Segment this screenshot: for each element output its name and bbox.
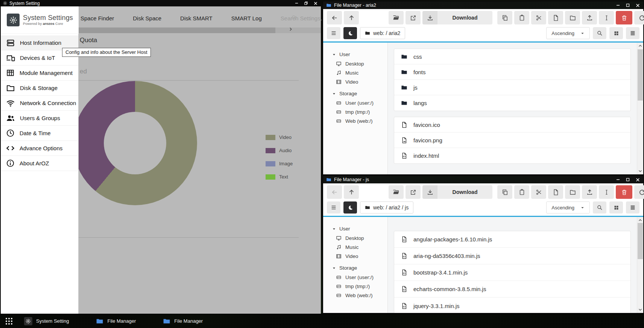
open-external-button[interactable]	[406, 11, 421, 24]
tree-item-user-drive[interactable]: User (user:/)	[332, 98, 387, 107]
new-file-button[interactable]	[548, 11, 563, 24]
up-button[interactable]	[344, 11, 359, 24]
open-button[interactable]	[389, 11, 404, 24]
refresh-button[interactable]	[634, 11, 644, 24]
search-button[interactable]	[593, 201, 606, 214]
list-item-file-bootstrap[interactable]: bootstrap-3.4.1.min.js	[394, 264, 630, 281]
tree-section-user[interactable]: User	[332, 224, 387, 233]
download-button[interactable]: Download	[422, 185, 492, 199]
scroll-down-icon[interactable]	[638, 169, 642, 173]
app-launcher-grid-icon[interactable]	[5, 317, 14, 326]
scrollbar[interactable]	[637, 217, 643, 313]
system-settings-titlebar[interactable]: System Setting	[1, 0, 321, 6]
tree-section-storage[interactable]: Storage	[332, 263, 387, 273]
list-view-button[interactable]	[626, 27, 639, 39]
list-item-file-angular[interactable]: angular-packages-1.6.10.min.js	[394, 231, 630, 248]
tree-section-user[interactable]: User	[332, 50, 387, 59]
taskbar-item-system-setting[interactable]: System Setting	[24, 317, 69, 325]
grid-view-button[interactable]	[609, 27, 623, 39]
copy-button[interactable]	[497, 11, 512, 24]
restore-button[interactable]	[304, 1, 308, 5]
delete-button[interactable]	[616, 185, 632, 199]
taskbar-item-file-manager-2[interactable]: File Manager	[163, 317, 203, 325]
minimize-button[interactable]	[616, 177, 620, 182]
tree-item-video[interactable]: Video	[332, 77, 387, 86]
delete-button[interactable]	[616, 11, 632, 24]
close-button[interactable]	[635, 177, 640, 182]
list-item-file-aria-ng[interactable]: aria-ng-da5356c403.min.js	[394, 248, 630, 264]
sidebar-item-about-aroz[interactable]: About ArOZ	[1, 156, 78, 171]
open-external-button[interactable]	[406, 185, 421, 199]
list-item-folder-css[interactable]: css	[394, 49, 630, 64]
minimize-button[interactable]	[295, 1, 299, 5]
tree-section-storage[interactable]: Storage	[332, 89, 387, 98]
tree-item-music[interactable]: Music	[332, 243, 387, 252]
tree-item-video[interactable]: Video	[332, 252, 387, 261]
tree-item-tmp-drive[interactable]: tmp (tmp:/)	[332, 107, 387, 116]
new-file-button[interactable]	[548, 185, 563, 199]
sidebar-item-advance-options[interactable]: Advance Options	[1, 141, 78, 156]
list-item-file-index-html[interactable]: index.html	[394, 148, 630, 163]
list-item-file-jquery[interactable]: jquery-3.3.1.min.js	[394, 297, 630, 313]
list-item-file-favicon-png[interactable]: favicon.png	[394, 133, 630, 148]
tree-item-desktop[interactable]: Desktop	[332, 59, 387, 68]
upload-button[interactable]	[582, 11, 597, 24]
breadcrumb[interactable]: web: / aria2	[360, 27, 405, 39]
tree-item-web-drive[interactable]: Web (web:/)	[332, 291, 387, 300]
list-view-button[interactable]	[626, 201, 639, 214]
copy-button[interactable]	[497, 185, 512, 199]
close-button[interactable]	[313, 1, 318, 6]
scroll-up-icon[interactable]	[638, 44, 642, 48]
cut-button[interactable]	[531, 185, 546, 199]
sidebar-item-network-connection[interactable]: Network & Connection	[1, 96, 78, 111]
dark-mode-button[interactable]	[343, 27, 357, 39]
search-icon[interactable]	[291, 15, 297, 20]
maximize-button[interactable]	[626, 177, 630, 182]
fm-titlebar[interactable]: File Manager - aria2	[323, 2, 643, 9]
tree-item-tmp-drive[interactable]: tmp (tmp:/)	[332, 282, 387, 291]
tree-item-user-drive[interactable]: User (user:/)	[332, 273, 387, 282]
new-folder-button[interactable]	[565, 185, 580, 199]
paste-button[interactable]	[514, 11, 529, 24]
scroll-up-icon[interactable]	[638, 218, 642, 223]
scrollbar[interactable]	[637, 43, 643, 174]
tab-space-finder[interactable]: Space Finder	[80, 15, 114, 21]
scroll-down-icon[interactable]	[638, 307, 642, 312]
new-folder-button[interactable]	[565, 11, 580, 24]
chevron-right-icon[interactable]	[288, 27, 293, 32]
up-button[interactable]	[344, 185, 359, 199]
rename-button[interactable]	[599, 185, 614, 199]
upload-button[interactable]	[582, 185, 597, 199]
sidebar-item-module-management[interactable]: Module Management	[1, 66, 78, 81]
tab-disk-space[interactable]: Disk Space	[133, 15, 161, 21]
maximize-button[interactable]	[626, 3, 630, 8]
scrollbar-thumb[interactable]	[638, 49, 643, 101]
download-button[interactable]: Download	[422, 11, 492, 24]
tab-disk-smart[interactable]: Disk SMART	[180, 15, 213, 21]
tree-item-web-drive[interactable]: Web (web:/)	[332, 116, 387, 125]
list-item-file-echarts[interactable]: echarts-common-3.8.5.min.js	[394, 281, 630, 297]
tab-smart-log[interactable]: SMART Log	[231, 15, 262, 21]
taskbar-item-file-manager-1[interactable]: File Manager	[96, 317, 136, 325]
close-button[interactable]	[635, 3, 640, 8]
menu-button[interactable]	[327, 27, 340, 39]
rename-button[interactable]	[599, 11, 614, 24]
sidebar-item-users-groups[interactable]: Users & Groups	[1, 111, 78, 126]
tab-scrollbar-thumb[interactable]	[79, 27, 275, 33]
sort-order-dropdown[interactable]: Ascending	[546, 201, 590, 214]
sidebar-item-disk-storage[interactable]: Disk & Storage	[1, 81, 78, 96]
open-button[interactable]	[389, 185, 404, 199]
search-button[interactable]	[593, 27, 606, 39]
cut-button[interactable]	[531, 11, 546, 24]
list-item-file-favicon-ico[interactable]: favicon.ico	[394, 117, 630, 133]
menu-button[interactable]	[327, 201, 340, 214]
minimize-button[interactable]	[616, 3, 620, 8]
grid-view-button[interactable]	[609, 201, 623, 214]
dark-mode-button[interactable]	[343, 201, 357, 214]
fm-titlebar[interactable]: File Manager - js	[323, 176, 643, 183]
sort-order-dropdown[interactable]: Ascending	[546, 27, 590, 39]
tree-item-desktop[interactable]: Desktop	[332, 233, 387, 243]
tab-scrollbar[interactable]	[79, 27, 321, 33]
list-item-folder-fonts[interactable]: fonts	[394, 64, 630, 80]
back-button[interactable]	[327, 185, 342, 199]
